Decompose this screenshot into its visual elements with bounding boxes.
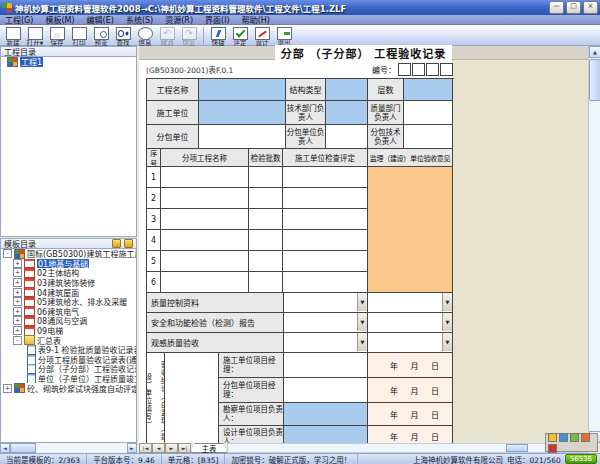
scroll-track[interactable]	[36, 443, 127, 453]
open-button[interactable]: 打开▼	[24, 26, 46, 47]
tree-item-gb50300-root[interactable]: 国标(GB50300)建筑工程施工质量验收表格	[27, 249, 136, 259]
redo-button[interactable]: ↷恢复	[178, 26, 200, 47]
tray-icon-4[interactable]	[581, 433, 590, 442]
menu-view[interactable]: 界面(I)	[205, 14, 230, 25]
menu-help[interactable]: 帮助(H)	[242, 14, 270, 25]
cell-subcontractor[interactable]	[199, 125, 286, 149]
collapse-icon[interactable]: -	[13, 336, 22, 345]
table-cell[interactable]	[249, 251, 283, 272]
tree-item-unit-form[interactable]: 单位（子单位）工程质量竣工验收记录(汇总表)	[38, 374, 136, 384]
date-cell[interactable]: 年 月 日	[368, 353, 453, 378]
dropdown-arrow-icon[interactable]: ▼	[357, 333, 367, 351]
quality-control-dropdown[interactable]: ▼	[284, 293, 368, 313]
safety-report-dropdown-2[interactable]: ▼	[368, 313, 453, 333]
tree-item-division-form[interactable]: 分部（子分部）工程验收记录表(通用表)	[38, 364, 136, 374]
cell-sub-manager[interactable]	[326, 125, 368, 149]
tree-item-project1[interactable]: 工程1	[20, 57, 43, 67]
table-cell[interactable]	[161, 167, 249, 188]
close-button[interactable]: ×	[583, 1, 598, 14]
expand-icon[interactable]: +	[3, 384, 12, 393]
number-box-4[interactable]	[440, 63, 453, 76]
quick-button[interactable]: 快捷	[207, 26, 229, 47]
tree-item-inspection-lot-form[interactable]: 表9-1 检验批质量验收记录表(通用)	[38, 345, 136, 355]
table-cell[interactable]	[161, 272, 249, 293]
supervisor-opinion-cell[interactable]	[368, 167, 453, 293]
table-cell[interactable]	[283, 188, 368, 209]
number-box-3[interactable]	[426, 63, 439, 76]
expand-icon[interactable]: +	[13, 268, 22, 277]
evaluate-button[interactable]: 评定	[229, 26, 251, 47]
number-box-1[interactable]	[398, 63, 411, 76]
menu-template[interactable]: 模板(M)	[45, 14, 74, 25]
tree-item-03-decoration[interactable]: 03建筑装饰装修	[37, 278, 95, 288]
table-cell[interactable]	[283, 167, 368, 188]
table-cell[interactable]	[161, 209, 249, 230]
tray-icon-5[interactable]	[548, 444, 557, 453]
sidebar-horizontal-scrollbar[interactable]: ◄ ►	[0, 443, 137, 453]
scroll-up-icon[interactable]: ▲	[589, 46, 600, 58]
save-button[interactable]: 保存	[46, 26, 68, 47]
expand-icon[interactable]: +	[13, 278, 22, 287]
tree-item-concrete-eval[interactable]: 砼、砌筑砂浆试块强度自动评定	[27, 383, 136, 393]
number-box-2[interactable]	[412, 63, 425, 76]
table-cell[interactable]	[161, 251, 249, 272]
expand-icon[interactable]: +	[13, 259, 22, 268]
tray-icon-3[interactable]	[570, 433, 579, 442]
sheet-tab-main[interactable]: 主表	[191, 443, 227, 453]
table-cell[interactable]	[161, 230, 249, 251]
tree-item-06-electrical[interactable]: 06建筑电气	[37, 307, 79, 317]
first-sheet-icon[interactable]: |◄	[139, 443, 152, 453]
sign-cell-survey-lead[interactable]	[284, 403, 368, 426]
document-horizontal-scrollbar[interactable]	[227, 443, 588, 453]
sign-cell-design-lead[interactable]	[284, 426, 368, 443]
cell-floors[interactable]	[404, 79, 453, 101]
panel-sort-icon[interactable]	[124, 239, 133, 248]
date-cell[interactable]: 年 月 日	[368, 403, 453, 426]
safety-report-dropdown[interactable]: ▼	[284, 313, 368, 333]
scroll-left-icon[interactable]: ◄	[0, 443, 10, 453]
table-cell[interactable]	[249, 188, 283, 209]
appearance-dropdown[interactable]: ▼	[284, 333, 368, 353]
minimize-button[interactable]: —	[549, 1, 564, 14]
tree-item-09-elevator[interactable]: 09电梯	[37, 326, 63, 336]
expand-icon[interactable]: +	[13, 316, 22, 325]
expand-icon[interactable]: +	[13, 297, 22, 306]
horizontal-scroll-thumb[interactable]	[506, 444, 528, 452]
tray-icon-1[interactable]	[548, 433, 557, 442]
table-cell[interactable]	[283, 272, 368, 293]
next-sheet-icon[interactable]: ►	[165, 443, 178, 453]
table-cell[interactable]	[249, 209, 283, 230]
design-button[interactable]: 设计	[251, 26, 273, 47]
restore-button[interactable]: □	[566, 1, 581, 14]
tree-item-05-plumbing[interactable]: 05建筑给水、排水及采暖	[37, 297, 127, 307]
cell-contractor[interactable]	[199, 101, 286, 125]
vertical-scroll-thumb[interactable]	[589, 59, 600, 101]
sign-cell-subcontractor-pm[interactable]	[284, 378, 368, 403]
dropdown-arrow-icon[interactable]: ▼	[442, 293, 452, 311]
table-cell[interactable]	[283, 209, 368, 230]
last-sheet-icon[interactable]: ►|	[178, 443, 191, 453]
dropdown-arrow-icon[interactable]: ▼	[357, 313, 367, 331]
sign-cell-contractor-pm[interactable]	[284, 353, 368, 378]
sidebar-scroll-thumb[interactable]	[10, 443, 36, 453]
table-cell[interactable]	[249, 230, 283, 251]
expand-icon[interactable]: +	[13, 326, 22, 335]
appearance-dropdown-2[interactable]: ▼	[368, 333, 453, 353]
cell-structure-type[interactable]	[326, 79, 368, 101]
print-button[interactable]: 打印	[68, 26, 90, 47]
cell-sub-tech-manager[interactable]	[404, 125, 453, 149]
menu-edit[interactable]: 编辑(E)	[87, 14, 114, 25]
table-cell[interactable]	[283, 251, 368, 272]
table-cell[interactable]	[161, 188, 249, 209]
table-cell[interactable]	[249, 167, 283, 188]
panel-pin-icon[interactable]	[112, 239, 121, 248]
expand-icon[interactable]: +	[13, 288, 22, 297]
tree-item-summary-folder[interactable]: 汇总表	[37, 335, 61, 345]
table-cell[interactable]	[283, 230, 368, 251]
vertical-scrollbar[interactable]: ▲ ▼	[588, 46, 600, 443]
cell-quality-manager[interactable]	[404, 101, 453, 125]
quality-control-dropdown-2[interactable]: ▼	[368, 293, 453, 313]
conclusion-blank-cell[interactable]	[165, 353, 219, 443]
tree-item-08-hvac[interactable]: 08通风与空调	[37, 316, 87, 326]
table-cell[interactable]	[249, 272, 283, 293]
